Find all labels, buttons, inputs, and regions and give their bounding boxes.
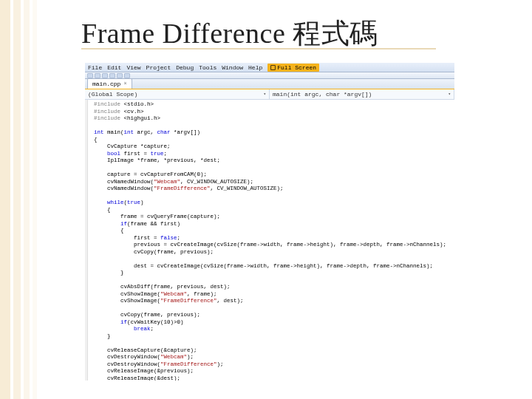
- menu-edit[interactable]: Edit: [107, 64, 121, 72]
- scope-left-dropdown[interactable]: (Global Scope) ▾: [85, 89, 270, 99]
- scope-right-label: main(int argc, char *argv[]): [273, 90, 372, 98]
- menu-tools[interactable]: Tools: [199, 64, 216, 72]
- menu-file[interactable]: File: [88, 64, 102, 72]
- svg-rect-0: [271, 65, 276, 69]
- menu-debug[interactable]: Debug: [176, 64, 194, 72]
- source-code: #include <stdio.h> #include <cv.h> #incl…: [94, 101, 454, 381]
- toolbar-button[interactable]: [95, 73, 100, 78]
- scope-right-dropdown[interactable]: main(int argc, char *argv[]) ▾: [270, 89, 454, 99]
- menu-view[interactable]: View: [126, 64, 140, 72]
- full-screen-button[interactable]: Full Screen: [267, 64, 319, 72]
- tab-bar: main.cpp ×: [85, 79, 454, 89]
- tab-label: main.cpp: [92, 80, 120, 88]
- menu-bar: File Edit View Project Debug Tools Windo…: [85, 63, 454, 72]
- menu-window[interactable]: Window: [222, 64, 243, 72]
- scope-left-label: (Global Scope): [88, 90, 137, 98]
- toolbar: [85, 72, 454, 79]
- slide-background: Frame Difference 程式碼 File Edit View Proj…: [0, 0, 532, 399]
- toolbar-button[interactable]: [102, 73, 108, 78]
- scope-bar: (Global Scope) ▾ main(int argc, char *ar…: [85, 89, 454, 100]
- close-icon[interactable]: ×: [123, 80, 126, 88]
- toolbar-button[interactable]: [109, 73, 115, 78]
- chevron-down-icon: ▾: [445, 90, 451, 98]
- fullscreen-icon: [270, 65, 276, 70]
- toolbar-button[interactable]: [87, 73, 93, 78]
- decorative-stripe: [0, 0, 44, 399]
- chevron-down-icon: ▾: [260, 90, 266, 98]
- full-screen-label: Full Screen: [277, 64, 316, 72]
- slide-title: Frame Difference 程式碼: [81, 15, 378, 52]
- gutter: [85, 100, 88, 381]
- title-underline: [81, 48, 436, 50]
- menu-help[interactable]: Help: [248, 64, 262, 72]
- toolbar-button[interactable]: [117, 73, 123, 78]
- menu-project[interactable]: Project: [146, 64, 171, 72]
- tab-main-cpp[interactable]: main.cpp ×: [87, 78, 132, 89]
- code-editor[interactable]: #include <stdio.h> #include <cv.h> #incl…: [85, 100, 454, 381]
- ide-window: File Edit View Project Debug Tools Windo…: [85, 63, 454, 381]
- toolbar-button[interactable]: [124, 73, 130, 78]
